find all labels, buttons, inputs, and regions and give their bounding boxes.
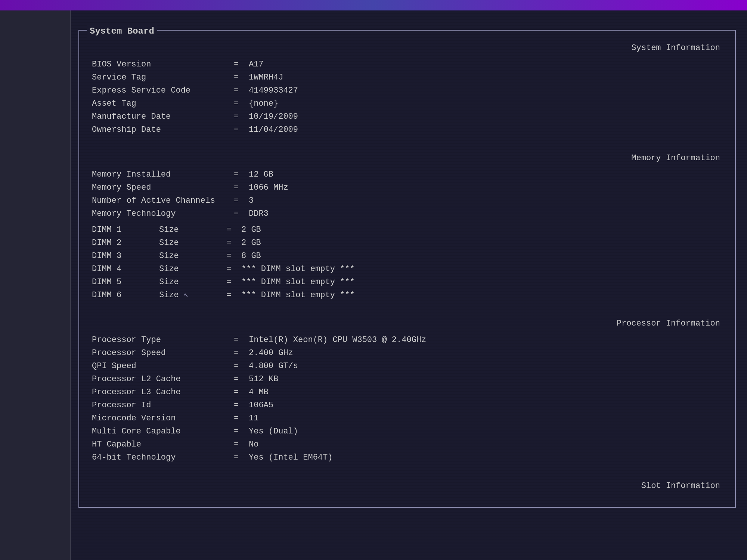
dimm-row: DIMM 1 Size = 2 GB bbox=[90, 223, 724, 236]
main-content: System Board System Information BIOS Ver… bbox=[78, 22, 736, 545]
dimm-size-label: Size bbox=[158, 276, 225, 289]
memory-info-title: Memory Information bbox=[90, 152, 724, 164]
field-eq: = bbox=[232, 194, 247, 207]
dimm-slot: DIMM 2 bbox=[90, 236, 158, 249]
field-label: Microcode Version bbox=[90, 412, 232, 425]
field-value: Yes (Intel EM64T) bbox=[247, 451, 724, 464]
table-row: Ownership Date = 11/04/2009 bbox=[90, 123, 724, 136]
dimm-table: DIMM 1 Size = 2 GB DIMM 2 Size = 2 GB DI… bbox=[90, 223, 724, 302]
table-row: Processor L2 Cache = 512 KB bbox=[90, 373, 724, 386]
dimm-eq: = bbox=[225, 223, 240, 236]
dimm-slot: DIMM 1 bbox=[90, 223, 158, 236]
table-row: Processor Type = Intel(R) Xeon(R) CPU W3… bbox=[90, 333, 724, 346]
field-value: Intel(R) Xeon(R) CPU W3503 @ 2.40GHz bbox=[247, 333, 724, 346]
field-eq: = bbox=[232, 373, 247, 386]
table-row: Asset Tag = {none} bbox=[90, 97, 724, 110]
field-label: Asset Tag bbox=[90, 97, 232, 110]
dimm-row: DIMM 5 Size = *** DIMM slot empty *** bbox=[90, 276, 724, 289]
field-label: HT Capable bbox=[90, 438, 232, 451]
field-value: 106A5 bbox=[247, 399, 724, 412]
table-row: Service Tag = 1WMRH4J bbox=[90, 71, 724, 84]
field-label: Multi Core Capable bbox=[90, 425, 232, 438]
field-eq: = bbox=[232, 346, 247, 360]
dimm-row: DIMM 2 Size = 2 GB bbox=[90, 236, 724, 249]
table-row: Memory Speed = 1066 MHz bbox=[90, 181, 724, 194]
table-row: Processor Id = 106A5 bbox=[90, 399, 724, 412]
dimm-value: 2 GB bbox=[240, 223, 724, 236]
field-value: Yes (Dual) bbox=[247, 425, 724, 438]
dimm-row: DIMM 3 Size = 8 GB bbox=[90, 249, 724, 262]
dimm-value: 8 GB bbox=[240, 249, 724, 262]
table-row: 64-bit Technology = Yes (Intel EM64T) bbox=[90, 451, 724, 464]
field-value: DDR3 bbox=[247, 207, 724, 220]
field-label: BIOS Version bbox=[90, 58, 232, 71]
field-label: Processor Speed bbox=[90, 346, 232, 360]
field-eq: = bbox=[232, 71, 247, 84]
field-value: 11 bbox=[247, 412, 724, 425]
field-value: 3 bbox=[247, 194, 724, 207]
field-eq: = bbox=[232, 110, 247, 123]
field-eq: = bbox=[232, 168, 247, 181]
field-label: Memory Installed bbox=[90, 168, 232, 181]
field-label: 64-bit Technology bbox=[90, 451, 232, 464]
field-eq: = bbox=[232, 360, 247, 373]
field-eq: = bbox=[232, 181, 247, 194]
field-value: {none} bbox=[247, 97, 724, 110]
memory-info-table: Memory Installed = 12 GB Memory Speed = … bbox=[90, 168, 724, 220]
processor-info-title: Processor Information bbox=[90, 317, 724, 330]
field-eq: = bbox=[232, 386, 247, 399]
table-row: Memory Installed = 12 GB bbox=[90, 168, 724, 181]
field-label: Processor Type bbox=[90, 333, 232, 346]
table-row: Manufacture Date = 10/19/2009 bbox=[90, 110, 724, 123]
system-info-title: System Information bbox=[90, 42, 724, 54]
dimm-value: *** DIMM slot empty *** bbox=[240, 276, 724, 289]
dimm-size-label: Size bbox=[158, 262, 225, 276]
field-eq: = bbox=[232, 97, 247, 110]
system-board-label: System Board bbox=[87, 25, 157, 38]
field-eq: = bbox=[232, 438, 247, 451]
dimm-row: DIMM 6 Size ↖ = *** DIMM slot empty *** bbox=[90, 289, 724, 302]
dimm-eq: = bbox=[225, 249, 240, 262]
field-value: A17 bbox=[247, 58, 724, 71]
dimm-eq: = bbox=[225, 276, 240, 289]
field-eq: = bbox=[232, 451, 247, 464]
field-value: 1WMRH4J bbox=[247, 71, 724, 84]
table-row: Processor L3 Cache = 4 MB bbox=[90, 386, 724, 399]
table-row: Multi Core Capable = Yes (Dual) bbox=[90, 425, 724, 438]
dimm-eq: = bbox=[225, 262, 240, 276]
field-eq: = bbox=[232, 123, 247, 136]
dimm-value: 2 GB bbox=[240, 236, 724, 249]
field-eq: = bbox=[232, 412, 247, 425]
field-eq: = bbox=[232, 207, 247, 220]
table-row: HT Capable = No bbox=[90, 438, 724, 451]
dimm-slot: DIMM 3 bbox=[90, 249, 158, 262]
field-label: Processor L3 Cache bbox=[90, 386, 232, 399]
table-row: BIOS Version = A17 bbox=[90, 58, 724, 71]
field-label: Memory Speed bbox=[90, 181, 232, 194]
field-label: Ownership Date bbox=[90, 123, 232, 136]
field-value: 10/19/2009 bbox=[247, 110, 724, 123]
field-value: 11/04/2009 bbox=[247, 123, 724, 136]
field-eq: = bbox=[232, 84, 247, 97]
table-row: Memory Technology = DDR3 bbox=[90, 207, 724, 220]
table-row: Processor Speed = 2.400 GHz bbox=[90, 346, 724, 360]
table-row: Microcode Version = 11 bbox=[90, 412, 724, 425]
dimm-value: *** DIMM slot empty *** bbox=[240, 262, 724, 276]
dimm-slot: DIMM 6 bbox=[90, 289, 158, 302]
processor-info-table: Processor Type = Intel(R) Xeon(R) CPU W3… bbox=[90, 333, 724, 464]
field-label: Manufacture Date bbox=[90, 110, 232, 123]
field-value: 512 KB bbox=[247, 373, 724, 386]
table-row: QPI Speed = 4.800 GT/s bbox=[90, 360, 724, 373]
dimm-size-label: Size ↖ bbox=[158, 289, 225, 302]
field-eq: = bbox=[232, 399, 247, 412]
field-value: 2.400 GHz bbox=[247, 346, 724, 360]
dimm-slot: DIMM 5 bbox=[90, 276, 158, 289]
field-label: Express Service Code bbox=[90, 84, 232, 97]
field-label: Processor Id bbox=[90, 399, 232, 412]
table-row: Express Service Code = 4149933427 bbox=[90, 84, 724, 97]
field-label: Memory Technology bbox=[90, 207, 232, 220]
field-value: 4.800 GT/s bbox=[247, 360, 724, 373]
field-label: QPI Speed bbox=[90, 360, 232, 373]
table-row: Number of Active Channels = 3 bbox=[90, 194, 724, 207]
field-label: Service Tag bbox=[90, 71, 232, 84]
